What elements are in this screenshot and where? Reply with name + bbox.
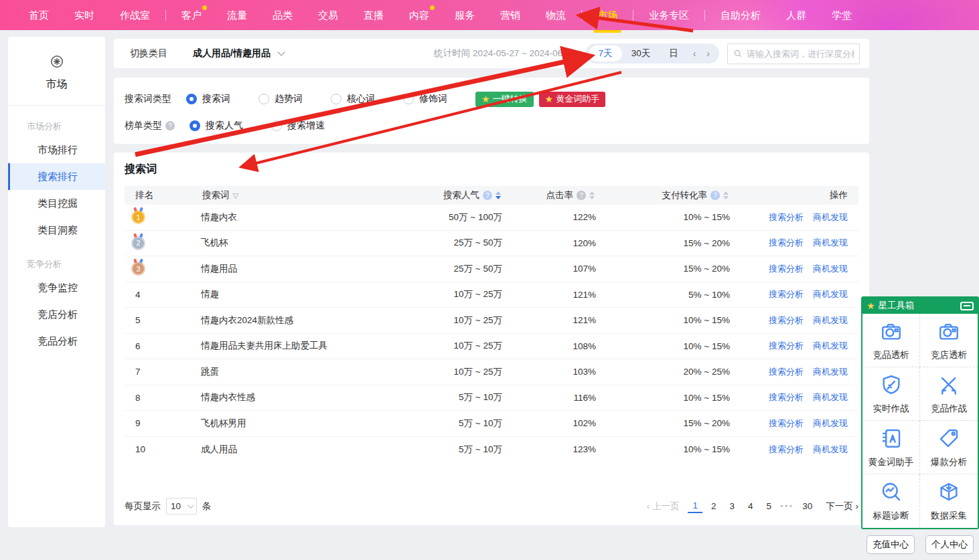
cvr-cell: 5% ~ 10% [596, 290, 730, 300]
nav-item-10[interactable]: 营销 [500, 0, 520, 30]
nav-item-1[interactable]: 实时 [74, 0, 94, 30]
search-analysis-link[interactable]: 搜索分析 [769, 391, 804, 403]
prev-page-button[interactable]: ‹ 上一页 [647, 500, 680, 512]
convert-button-label: 一键转换 [493, 93, 528, 105]
nav-item-16[interactable]: 学堂 [832, 0, 852, 30]
page-size-select[interactable]: 10 [166, 498, 197, 515]
sidebar-item-0-1[interactable]: 搜索排行 [8, 163, 105, 190]
nav-item-11[interactable]: 物流 [546, 0, 566, 30]
search-analysis-link[interactable]: 搜索分析 [769, 444, 804, 456]
toolbox-title: 星工具箱 [879, 300, 960, 312]
nav-item-12[interactable]: 市场 [597, 0, 617, 30]
toolbox-item-0[interactable]: 竞品透析 [862, 314, 920, 367]
page-number-5[interactable]: 5 [762, 500, 777, 512]
help-icon[interactable]: ? [165, 121, 175, 130]
toolbox-header[interactable]: ★ 星工具箱 [862, 298, 978, 314]
search-analysis-link[interactable]: 搜索分析 [769, 237, 804, 249]
toolbox-item-6[interactable]: 标题诊断 [862, 474, 920, 528]
sort-cvr[interactable] [723, 191, 729, 199]
page-number-4[interactable]: 4 [743, 500, 758, 512]
search-analysis-link[interactable]: 搜索分析 [769, 417, 804, 430]
sidebar-item-1-1[interactable]: 竞店分析 [8, 301, 105, 328]
toolbox-item-1[interactable]: 竞店透析 [920, 314, 978, 367]
sidebar-item-1-2[interactable]: 竞品分析 [8, 328, 105, 355]
prev-date-arrow[interactable]: ‹ [688, 48, 702, 59]
next-date-arrow[interactable]: › [701, 48, 715, 59]
word-type-radio-1[interactable]: 趋势词 [258, 93, 303, 105]
opportunity-discovery-link[interactable]: 商机发现 [813, 288, 848, 300]
nav-item-13[interactable]: 业务专区 [649, 0, 689, 30]
sidebar-item-1-0[interactable]: 竞争监控 [8, 274, 105, 301]
nav-item-3[interactable]: 客户 [181, 0, 202, 30]
golden-word-helper-button[interactable]: ★ 黄金词助手 [539, 92, 606, 107]
search-analysis-link[interactable]: 搜索分析 [769, 314, 804, 326]
one-click-convert-button[interactable]: ★ 一键转换 [475, 92, 534, 107]
rank-type-radio-1[interactable]: 搜索增速 [271, 120, 325, 132]
page-number-2[interactable]: 2 [706, 500, 721, 512]
nav-item-2[interactable]: 作战室 [120, 0, 150, 30]
nav-item-14[interactable]: 自助分析 [721, 0, 761, 30]
sort-popularity[interactable] [496, 191, 501, 199]
table-footer: 每页显示 10 条 ‹ 上一页 12345•••30 下一页 › [125, 498, 858, 515]
word-type-radio-3[interactable]: 修饰词 [403, 93, 447, 105]
opportunity-discovery-link[interactable]: 商机发现 [813, 366, 848, 378]
search-input-box[interactable] [727, 43, 860, 64]
nav-item-9[interactable]: 服务 [455, 0, 475, 30]
search-analysis-link[interactable]: 搜索分析 [769, 288, 804, 300]
sort-ctr[interactable] [589, 191, 595, 199]
sidebar-item-0-2[interactable]: 类目挖掘 [8, 190, 105, 217]
range-option-0[interactable]: 7天 [589, 45, 622, 62]
sidebar-group-title-1: 竞争分析 [8, 244, 105, 274]
help-icon[interactable]: ? [577, 191, 586, 200]
minimize-button[interactable] [960, 302, 974, 310]
search-analysis-link[interactable]: 搜索分析 [769, 211, 804, 223]
opportunity-discovery-link[interactable]: 商机发现 [813, 237, 848, 249]
sidebar-item-0-0[interactable]: 市场排行 [8, 136, 105, 163]
sidebar-item-0-3[interactable]: 类目洞察 [8, 217, 105, 244]
recharge-center-button[interactable]: 充值中心 [867, 535, 915, 554]
nav-divider [581, 10, 582, 21]
nav-item-6[interactable]: 交易 [318, 0, 338, 30]
toolbox-item-7[interactable]: 数据采集 [920, 474, 978, 528]
nav-item-5[interactable]: 品类 [273, 0, 293, 30]
search-analysis-link[interactable]: 搜索分析 [769, 366, 804, 378]
rank-type-radio-0[interactable]: 搜索人气 [190, 120, 243, 132]
toolbox-item-3[interactable]: 竞品作战 [920, 367, 978, 421]
table-row-4: 4情趣10万 ~ 25万121%5% ~ 10%搜索分析商机发现 [125, 282, 858, 308]
category-selector[interactable]: 成人用品/情趣用品 [193, 48, 283, 60]
opportunity-discovery-link[interactable]: 商机发现 [813, 263, 848, 275]
search-input[interactable] [747, 49, 854, 59]
range-option-2[interactable]: 日 [660, 45, 688, 62]
word-cell: 飞机杯 [201, 237, 408, 249]
nav-item-0[interactable]: 首页 [29, 0, 49, 30]
help-icon[interactable]: ? [483, 191, 492, 200]
nav-item-4[interactable]: 流量 [227, 0, 247, 30]
filter-funnel-icon[interactable]: ▽ [233, 191, 238, 200]
next-page-button[interactable]: 下一页 › [826, 500, 858, 512]
toolbox-item-5[interactable]: 爆款分析 [920, 421, 978, 474]
opportunity-discovery-link[interactable]: 商机发现 [813, 211, 848, 223]
ctr-cell: 116% [502, 393, 596, 403]
toolbox-item-2[interactable]: 实时作战 [862, 367, 920, 421]
search-analysis-link[interactable]: 搜索分析 [769, 263, 804, 275]
page-number-30[interactable]: 30 [798, 500, 817, 512]
opportunity-discovery-link[interactable]: 商机发现 [813, 314, 848, 326]
popularity-cell: 25万 ~ 50万 [408, 237, 502, 249]
word-type-radio-0[interactable]: 搜索词 [186, 93, 230, 105]
opportunity-discovery-link[interactable]: 商机发现 [813, 417, 848, 430]
personal-center-button[interactable]: 个人中心 [925, 535, 974, 554]
nav-item-8[interactable]: 内容 [409, 0, 429, 30]
page-number-1[interactable]: 1 [688, 499, 702, 513]
page-number-3[interactable]: 3 [725, 500, 739, 512]
ctr-cell: 102% [502, 418, 596, 428]
word-type-radio-2[interactable]: 核心词 [331, 93, 375, 105]
toolbox-item-4[interactable]: 黄金词助手 [862, 421, 920, 474]
opportunity-discovery-link[interactable]: 商机发现 [813, 444, 848, 456]
help-icon[interactable]: ? [710, 191, 720, 200]
opportunity-discovery-link[interactable]: 商机发现 [813, 391, 848, 403]
opportunity-discovery-link[interactable]: 商机发现 [813, 340, 848, 352]
range-option-1[interactable]: 30天 [622, 45, 660, 62]
search-analysis-link[interactable]: 搜索分析 [769, 340, 804, 352]
nav-item-15[interactable]: 人群 [786, 0, 806, 30]
nav-item-7[interactable]: 直播 [364, 0, 384, 30]
